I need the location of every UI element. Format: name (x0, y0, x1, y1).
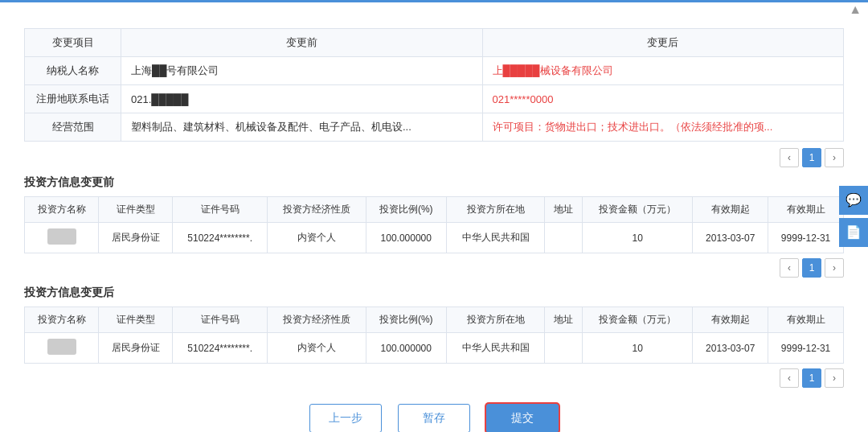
ia-page-1[interactable]: 1 (802, 368, 821, 388)
action-bar: 上一步 暂存 提交 (24, 404, 844, 432)
col-change-item: 变更项目 (25, 29, 121, 57)
ia-location-1: 中华人民共和国 (446, 333, 544, 364)
col-before: 变更前 (121, 29, 483, 57)
ib-col-date-end: 有效期止 (768, 197, 844, 223)
invest-after-pagination: ‹ 1 › (24, 368, 844, 388)
ib-address-1 (545, 223, 583, 253)
ib-col-address: 地址 (545, 197, 583, 223)
change-row-2: 注册地联系电话 021.█████ 021*****0000 (25, 85, 844, 113)
page-wrapper: ▲ 变更项目 变更前 变更后 纳税人名称 上海██号有限公司 上█████械设备… (0, 0, 868, 432)
ib-date-end-1: 9999-12-31 (768, 223, 844, 253)
ib-col-cert-type: 证件类型 (99, 197, 173, 223)
ia-page-prev[interactable]: ‹ (780, 368, 799, 388)
change-page-prev[interactable]: ‹ (780, 148, 799, 167)
chat-icon[interactable]: 💬 (839, 186, 868, 215)
main-content: 变更项目 变更前 变更后 纳税人名称 上海██号有限公司 上█████械设备有限… (0, 20, 868, 432)
save-button[interactable]: 暂存 (398, 404, 470, 432)
ib-col-date-start: 有效期起 (693, 197, 768, 223)
ib-cert-type-1: 居民身份证 (99, 223, 173, 253)
ia-col-ratio: 投资比例(%) (366, 307, 446, 333)
ib-date-start-1: 2013-03-07 (693, 223, 768, 253)
change-pagination: ‹ 1 › (24, 148, 844, 167)
change-label-1: 纳税人名称 (25, 57, 121, 85)
change-row-3: 经营范围 塑料制品、建筑材料、机械设备及配件、电子产品、机电设... 许可项目：… (25, 113, 844, 142)
ia-address-1 (545, 333, 583, 364)
ia-col-cert-no: 证件号码 (173, 307, 268, 333)
scroll-up-area: ▲ (0, 2, 868, 17)
ib-col-name: 投资方名称 (25, 197, 99, 223)
ib-col-location: 投资方所在地 (446, 197, 544, 223)
ia-date-start-1: 2013-03-07 (693, 333, 768, 364)
ib-page-prev[interactable]: ‹ (780, 258, 799, 278)
ia-amount-1: 10 (582, 333, 692, 364)
ia-col-name: 投资方名称 (25, 307, 99, 333)
change-before-3: 塑料制品、建筑材料、机械设备及配件、电子产品、机电设... (121, 113, 483, 142)
ib-page-next[interactable]: › (825, 258, 844, 278)
ia-cert-type-1: 居民身份证 (99, 333, 173, 364)
right-sidebar: 💬 📄 (839, 186, 868, 247)
ib-col-ratio: 投资比例(%) (366, 197, 446, 223)
invest-after-row-1: 居民身份证 510224********. 内资个人 100.000000 中华… (25, 333, 844, 364)
invest-before-row-1: 居民身份证 510224********. 内资个人 100.000000 中华… (25, 223, 844, 253)
doc-icon[interactable]: 📄 (839, 218, 868, 247)
invest-before-pagination: ‹ 1 › (24, 258, 844, 278)
prev-button[interactable]: 上一步 (309, 404, 382, 432)
ib-cert-no-1: 510224********. (173, 223, 268, 253)
change-before-2: 021.█████ (121, 85, 483, 113)
ib-ratio-1: 100.000000 (366, 223, 446, 253)
change-table: 变更项目 变更前 变更后 纳税人名称 上海██号有限公司 上█████械设备有限… (24, 28, 844, 142)
ia-col-cert-type: 证件类型 (99, 307, 173, 333)
ib-col-econ: 投资方经济性质 (268, 197, 366, 223)
change-page-1[interactable]: 1 (802, 148, 821, 167)
ia-col-date-start: 有效期起 (693, 307, 768, 333)
ia-page-next[interactable]: › (825, 368, 844, 388)
invest-after-table: 投资方名称 证件类型 证件号码 投资方经济性质 投资比例(%) 投资方所在地 地… (24, 307, 844, 364)
ib-page-1[interactable]: 1 (802, 258, 821, 278)
change-label-3: 经营范围 (25, 113, 121, 142)
change-after-2: 021*****0000 (482, 85, 844, 113)
col-after: 变更后 (482, 29, 844, 57)
invest-before-title: 投资方信息变更前 (24, 175, 844, 190)
ia-col-amount: 投资金额（万元） (582, 307, 692, 333)
ia-econ-1: 内资个人 (268, 333, 366, 364)
change-before-1: 上海██号有限公司 (121, 57, 483, 85)
ia-col-date-end: 有效期止 (768, 307, 844, 333)
ib-name-1 (25, 223, 99, 253)
ib-amount-1: 10 (582, 223, 692, 253)
change-row-1: 纳税人名称 上海██号有限公司 上█████械设备有限公司 (25, 57, 844, 85)
avatar-after (47, 339, 76, 355)
ib-location-1: 中华人民共和国 (446, 223, 544, 253)
submit-button[interactable]: 提交 (486, 404, 559, 432)
ia-col-address: 地址 (545, 307, 583, 333)
invest-after-title: 投资方信息变更后 (24, 286, 844, 300)
ia-col-econ: 投资方经济性质 (268, 307, 366, 333)
ib-econ-1: 内资个人 (268, 223, 366, 253)
avatar-before (47, 228, 76, 245)
change-label-2: 注册地联系电话 (25, 85, 121, 113)
change-after-1: 上█████械设备有限公司 (482, 57, 844, 85)
scroll-up-button[interactable]: ▲ (849, 2, 862, 17)
change-page-next[interactable]: › (825, 148, 844, 167)
ib-col-amount: 投资金额（万元） (582, 197, 692, 223)
ia-name-1 (25, 333, 99, 364)
ia-ratio-1: 100.000000 (366, 333, 446, 364)
change-after-3: 许可项目：货物进出口；技术进出口。（依法须经批准的项... (482, 113, 844, 142)
ia-cert-no-1: 510224********. (173, 333, 268, 364)
ia-date-end-1: 9999-12-31 (768, 333, 844, 364)
ib-col-cert-no: 证件号码 (173, 197, 268, 223)
ia-col-location: 投资方所在地 (446, 307, 544, 333)
invest-before-table: 投资方名称 证件类型 证件号码 投资方经济性质 投资比例(%) 投资方所在地 地… (24, 196, 844, 253)
